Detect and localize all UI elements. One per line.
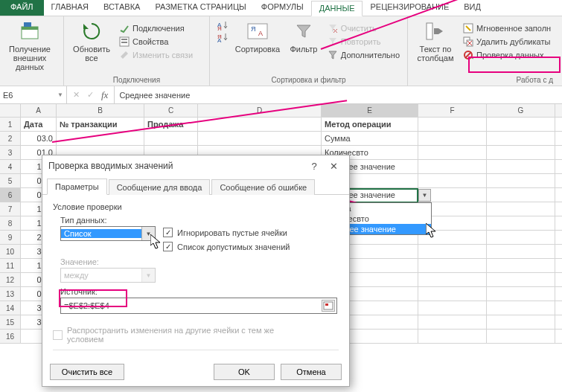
get-external-data-button[interactable]: Получение внешних данных [6,19,54,71]
filter-button[interactable]: Фильтр [286,19,322,54]
cell[interactable] [418,245,487,258]
cell[interactable] [487,330,555,343]
cell[interactable] [487,202,555,216]
tab-data[interactable]: ДАННЫЕ [311,1,363,16]
row-header[interactable]: 2 [0,132,21,145]
cell[interactable] [418,132,487,145]
dialog-titlebar[interactable]: Проверка вводимых значений ? ✕ [42,155,349,176]
col-header-a[interactable]: A [21,104,57,117]
sort-desc-button[interactable]: ЯА [216,31,229,43]
tab-home[interactable]: ГЛАВНАЯ [44,0,96,16]
row-header[interactable]: 5 [0,174,21,187]
row-header[interactable]: 16 [0,330,21,343]
row-header[interactable]: 8 [0,216,21,230]
col-header-c[interactable]: C [144,104,198,117]
dialog-tab-error-alert[interactable]: Сообщение об ошибке [211,179,315,195]
cancel-formula-icon[interactable]: ✕ [73,90,80,100]
flash-fill-button[interactable]: Мгновенное заполн [462,22,552,34]
cell[interactable] [418,315,487,329]
clear-all-button[interactable]: Очистить все [50,364,124,380]
fx-icon[interactable]: fx [101,89,108,101]
tab-page-layout[interactable]: РАЗМЕТКА СТРАНИЦЫ [147,0,253,16]
cell[interactable] [487,315,555,329]
cell[interactable] [418,301,487,315]
row-header[interactable]: 6 [0,188,21,202]
refresh-all-button[interactable]: Обновить все [70,19,113,62]
text-to-columns-button[interactable]: Текст по столбцам [414,19,457,62]
cell[interactable] [487,231,555,244]
tab-insert[interactable]: ВСТАВКА [96,0,147,16]
row-header[interactable]: 12 [0,273,21,286]
row-header[interactable]: 9 [0,231,21,244]
row-header[interactable]: 10 [0,245,21,258]
row-header[interactable]: 15 [0,315,21,329]
cell[interactable] [487,287,555,301]
cell[interactable] [487,146,555,159]
dialog-tab-input-message[interactable]: Сообщение для ввода [109,179,211,195]
edit-links-button[interactable]: Изменить связи [118,49,194,61]
col-header-e[interactable]: E [322,104,418,117]
dialog-close-button[interactable]: ✕ [324,161,343,172]
cancel-button[interactable]: Отмена [281,364,342,380]
cell[interactable] [487,188,555,202]
data-validation-dropdown-button[interactable]: ▼ [418,189,431,202]
cell[interactable] [418,273,487,286]
row-header[interactable]: 13 [0,287,21,301]
data-validation-button[interactable]: Проверка данных [462,49,552,61]
cell[interactable]: 03.0 [21,132,57,145]
cell[interactable] [418,118,487,131]
cell[interactable] [487,301,555,315]
cell[interactable]: Сумма [322,132,418,145]
tab-view[interactable]: ВИД [456,0,488,16]
row-header[interactable]: 3 [0,146,21,159]
ignore-blank-checkbox[interactable]: ✓ Игнорировать пустые ячейки [163,228,290,237]
cell[interactable]: № транзакции [57,118,144,131]
connections-button[interactable]: Подключения [118,22,194,34]
name-box[interactable]: E6 ▼ [0,86,67,103]
cell[interactable] [487,160,555,173]
cell[interactable] [487,174,555,187]
in-cell-dropdown-checkbox[interactable]: ✓ Список допустимых значений [163,242,290,251]
tab-formulas[interactable]: ФОРМУЛЫ [254,0,311,16]
row-header[interactable]: 4 [0,160,21,173]
ok-button[interactable]: OK [214,364,275,380]
row-header[interactable]: 14 [0,301,21,315]
allow-combo[interactable]: Список ▼ [60,226,156,241]
range-picker-button[interactable] [322,300,335,312]
row-header[interactable]: 11 [0,259,21,272]
row-header[interactable]: 1 [0,118,21,131]
tab-review[interactable]: РЕЦЕНЗИРОВАНИЕ [363,0,456,16]
cell[interactable] [198,132,322,145]
col-header-g[interactable]: G [487,104,555,117]
cell[interactable] [487,259,555,272]
cell[interactable] [418,259,487,272]
cell[interactable] [487,273,555,286]
source-input[interactable]: =$E$2:$E$4 [60,298,337,314]
cell[interactable] [144,132,198,145]
cell[interactable] [418,174,487,187]
cell[interactable] [487,245,555,258]
cell[interactable] [487,216,555,230]
sort-button[interactable]: ЯА Сортировка [234,19,281,54]
select-all-corner[interactable] [0,104,21,117]
advanced-filter-button[interactable]: Дополнительно [326,49,401,61]
cell[interactable]: Дата [21,118,57,131]
col-header-b[interactable]: B [57,104,144,117]
cell[interactable] [418,160,487,173]
dialog-help-button[interactable]: ? [304,161,324,172]
remove-duplicates-button[interactable]: Удалить дубликаты [462,36,552,48]
row-header[interactable]: 7 [0,202,21,216]
combo-arrow-icon[interactable]: ▼ [141,227,155,240]
cell[interactable] [418,330,487,343]
cell[interactable] [487,118,555,131]
name-box-dropdown-icon[interactable]: ▼ [57,91,63,98]
tab-file[interactable]: ФАЙЛ [0,0,44,16]
col-header-f[interactable]: F [418,104,487,117]
sort-asc-button[interactable]: АЯ [216,19,229,31]
cell[interactable] [487,132,555,145]
cell[interactable]: Метод операции [322,118,418,131]
properties-button[interactable]: Свойства [118,36,194,48]
enter-formula-icon[interactable]: ✓ [87,90,94,100]
cell[interactable] [418,146,487,159]
cell[interactable] [418,287,487,301]
